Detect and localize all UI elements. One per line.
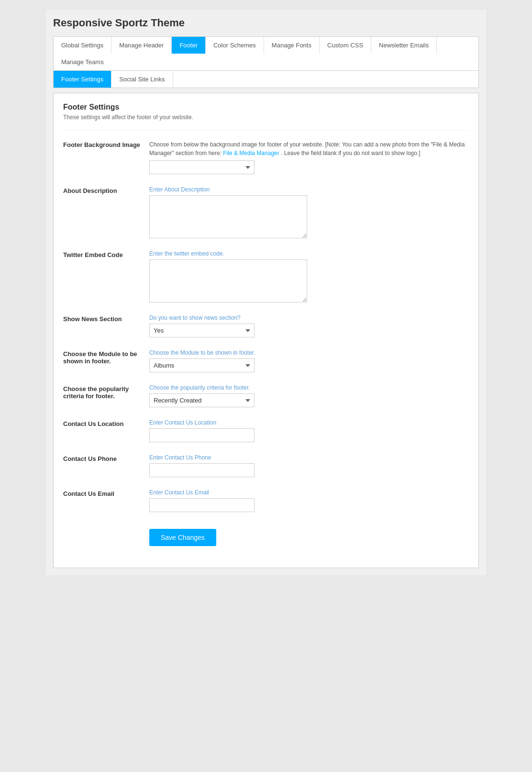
contact-location-label: Contact Us Location — [63, 419, 149, 427]
show-news-label: Show News Section — [63, 314, 149, 323]
nav-footer[interactable]: Footer — [172, 37, 206, 54]
contact-location-row: Contact Us Location Enter Contact Us Loc… — [63, 419, 469, 442]
contact-location-input[interactable] — [149, 428, 255, 442]
popularity-criteria-hint: Choose the popularity criteria for foote… — [149, 384, 469, 391]
choose-module-hint: Choose the Module to be shown in footer. — [149, 349, 469, 356]
show-news-select[interactable]: Yes No — [149, 324, 255, 337]
section-desc: These settings will affect the footer of… — [63, 114, 469, 121]
popularity-criteria-field: Choose the popularity criteria for foote… — [149, 384, 469, 407]
nav-global-settings[interactable]: Global Settings — [54, 37, 111, 54]
about-description-textarea[interactable] — [149, 195, 307, 238]
footer-bg-image-field: Choose from below the background image f… — [149, 140, 469, 174]
nav-manage-teams[interactable]: Manage Teams — [54, 54, 111, 70]
contact-phone-label: Contact Us Phone — [63, 454, 149, 462]
twitter-embed-hint: Enter the twitter embed code. — [149, 250, 469, 257]
subnav-footer-settings[interactable]: Footer Settings — [54, 71, 111, 88]
page-title: Responsive Sportz Theme — [53, 17, 479, 29]
choose-module-label: Choose the Module to be shown in footer. — [63, 349, 149, 365]
sub-nav: Footer Settings Social Site Links — [53, 71, 479, 88]
contact-email-field: Enter Contact Us Email — [149, 489, 469, 512]
section-title: Footer Settings — [63, 103, 469, 112]
nav-manage-header[interactable]: Manage Header — [111, 37, 172, 54]
content-panel: Footer Settings These settings will affe… — [53, 93, 479, 568]
footer-bg-image-select[interactable] — [149, 160, 255, 174]
twitter-embed-field: Enter the twitter embed code. — [149, 250, 469, 302]
footer-bg-image-row: Footer Background Image Choose from belo… — [63, 140, 469, 174]
contact-phone-field: Enter Contact Us Phone — [149, 454, 469, 477]
twitter-embed-row: Twitter Embed Code Enter the twitter emb… — [63, 250, 469, 302]
popularity-criteria-row: Choose the popularity criteria for foote… — [63, 384, 469, 407]
top-nav: Global Settings Manage Header Footer Col… — [53, 36, 479, 71]
twitter-embed-textarea[interactable] — [149, 259, 307, 302]
nav-custom-css[interactable]: Custom CSS — [320, 37, 371, 54]
show-news-field: Do you want to show news section? Yes No — [149, 314, 469, 337]
popularity-criteria-select[interactable]: Recently Created — [149, 393, 255, 407]
contact-phone-input[interactable] — [149, 463, 255, 477]
save-button[interactable]: Save Changes — [149, 529, 216, 546]
file-media-manager-link[interactable]: File & Media Manager — [223, 150, 279, 157]
contact-email-label: Contact Us Email — [63, 489, 149, 497]
about-description-row: About Description Enter About Descriptio… — [63, 186, 469, 238]
nav-manage-fonts[interactable]: Manage Fonts — [264, 37, 320, 54]
subnav-social-site-links[interactable]: Social Site Links — [111, 71, 173, 88]
save-row: Save Changes — [63, 524, 469, 546]
show-news-row: Show News Section Do you want to show ne… — [63, 314, 469, 337]
popularity-criteria-label: Choose the popularity criteria for foote… — [63, 384, 149, 400]
about-description-hint: Enter About Description — [149, 186, 469, 193]
show-news-hint: Do you want to show news section? — [149, 314, 469, 321]
save-field: Save Changes — [149, 524, 469, 546]
nav-newsletter-emails[interactable]: Newsletter Emails — [371, 37, 437, 54]
contact-phone-row: Contact Us Phone Enter Contact Us Phone — [63, 454, 469, 477]
footer-bg-image-label: Footer Background Image — [63, 140, 149, 148]
choose-module-field: Choose the Module to be shown in footer.… — [149, 349, 469, 372]
contact-email-input[interactable] — [149, 498, 255, 512]
about-description-field: Enter About Description — [149, 186, 469, 238]
contact-email-hint: Enter Contact Us Email — [149, 489, 469, 496]
choose-module-select[interactable]: Albums — [149, 358, 255, 372]
about-description-label: About Description — [63, 186, 149, 194]
contact-location-hint: Enter Contact Us Location — [149, 419, 469, 426]
footer-bg-image-desc: Choose from below the background image f… — [149, 140, 469, 157]
contact-phone-hint: Enter Contact Us Phone — [149, 454, 469, 461]
contact-email-row: Contact Us Email Enter Contact Us Email — [63, 489, 469, 512]
contact-location-field: Enter Contact Us Location — [149, 419, 469, 442]
nav-color-schemes[interactable]: Color Schemes — [206, 37, 264, 54]
choose-module-row: Choose the Module to be shown in footer.… — [63, 349, 469, 372]
save-label-spacer — [63, 524, 149, 525]
twitter-embed-label: Twitter Embed Code — [63, 250, 149, 258]
